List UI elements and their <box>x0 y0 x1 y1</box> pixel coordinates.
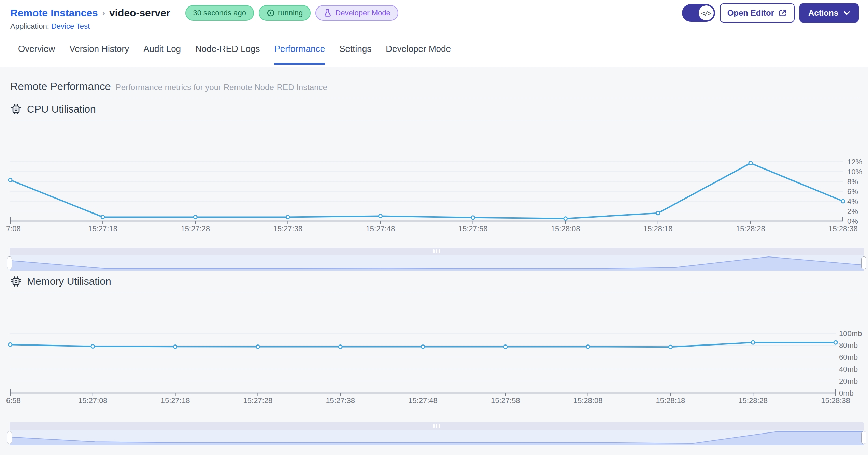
application-row: Application: Device Test <box>10 22 90 31</box>
header-controls: </> Open Editor Actions <box>682 3 859 23</box>
svg-text:15:27:48: 15:27:48 <box>408 396 438 405</box>
svg-text:15:27:08: 15:27:08 <box>78 396 108 405</box>
play-circle-icon <box>267 9 275 17</box>
actions-button[interactable]: Actions <box>799 3 859 23</box>
memory-brush-move-handle[interactable] <box>10 422 864 430</box>
divider <box>10 98 860 98</box>
page-title: Remote Performance Performance metrics f… <box>10 80 327 93</box>
memory-brush-minimap <box>10 430 864 445</box>
svg-text:15:27:38: 15:27:38 <box>326 396 355 405</box>
cpu-brush-right-handle[interactable] <box>861 256 866 269</box>
tab-developer-mode[interactable]: Developer Mode <box>379 44 458 65</box>
application-label: Application: <box>10 22 49 30</box>
svg-text:15:28:18: 15:28:18 <box>643 224 673 233</box>
cpu-chip-icon <box>10 103 22 115</box>
last-seen-badge: 30 seconds ago <box>185 5 254 21</box>
external-link-icon <box>778 9 787 17</box>
svg-text:15:27:28: 15:27:28 <box>181 224 210 233</box>
cpu-brush-minimap <box>10 255 864 271</box>
svg-text:20mb: 20mb <box>839 377 858 385</box>
cpu-brush-left-handle[interactable] <box>7 256 12 269</box>
cpu-utilisation-chart[interactable]: 0%2%4%6%8%10%12%7:0815:27:1815:27:2815:2… <box>0 150 868 235</box>
developer-mode-label: Developer Mode <box>335 9 390 17</box>
svg-text:10%: 10% <box>847 167 862 176</box>
cpu-section-title: CPU Utilisation <box>10 103 96 115</box>
svg-text:15:27:18: 15:27:18 <box>88 224 117 233</box>
editor-toggle[interactable]: </> <box>682 4 715 22</box>
page-subtitle: Performance metrics for your Remote Node… <box>116 83 327 92</box>
chevron-down-icon <box>844 11 850 15</box>
brush-grip-icon <box>433 424 440 428</box>
memory-brush-left-handle[interactable] <box>7 431 12 444</box>
memory-chart-zoom-slider[interactable] <box>10 422 864 445</box>
svg-text:15:27:48: 15:27:48 <box>366 224 395 233</box>
breadcrumb-separator: › <box>102 8 105 18</box>
svg-text:15:28:28: 15:28:28 <box>736 224 765 233</box>
svg-text:6:58: 6:58 <box>6 396 21 405</box>
instance-name: video-server <box>109 7 170 19</box>
svg-text:2%: 2% <box>847 207 858 216</box>
svg-text:6%: 6% <box>847 187 858 196</box>
running-badge: running <box>259 5 311 21</box>
svg-text:15:28:28: 15:28:28 <box>738 396 768 405</box>
svg-text:15:27:38: 15:27:38 <box>273 224 303 233</box>
cpu-brush-move-handle[interactable] <box>10 248 864 255</box>
svg-text:15:28:38: 15:28:38 <box>828 224 858 233</box>
svg-text:15:28:38: 15:28:38 <box>821 396 850 405</box>
svg-text:15:28:08: 15:28:08 <box>551 224 580 233</box>
tab-audit-log[interactable]: Audit Log <box>136 44 188 65</box>
tab-performance[interactable]: Performance <box>267 44 332 65</box>
page-title-text: Remote Performance <box>10 80 111 93</box>
svg-text:8%: 8% <box>847 177 858 186</box>
tab-bar: Overview Version History Audit Log Node-… <box>11 44 458 65</box>
svg-text:40mb: 40mb <box>839 365 858 373</box>
svg-text:15:27:58: 15:27:58 <box>491 396 520 405</box>
tab-settings[interactable]: Settings <box>332 44 379 65</box>
status-badges: 30 seconds ago running Developer Mode <box>185 5 398 21</box>
tab-overview[interactable]: Overview <box>11 44 62 65</box>
cpu-chip-icon <box>10 276 22 287</box>
svg-text:15:28:08: 15:28:08 <box>573 396 603 405</box>
tab-version-history[interactable]: Version History <box>62 44 136 65</box>
flask-icon <box>323 9 332 17</box>
breadcrumb-parent-link[interactable]: Remote Instances <box>10 7 98 19</box>
divider <box>10 292 860 292</box>
memory-section-title: Memory Utilisation <box>10 276 111 287</box>
brush-grip-icon <box>433 249 440 253</box>
developer-mode-badge: Developer Mode <box>315 5 398 21</box>
svg-text:15:27:28: 15:27:28 <box>243 396 273 405</box>
svg-text:12%: 12% <box>847 158 862 166</box>
svg-text:4%: 4% <box>847 197 858 206</box>
open-editor-label: Open Editor <box>727 8 774 18</box>
svg-text:15:27:18: 15:27:18 <box>161 396 190 405</box>
breadcrumb: Remote Instances › video-server 30 secon… <box>10 4 398 22</box>
memory-utilisation-chart[interactable]: 0mb20mb40mb60mb80mb100mb6:5815:27:0815:2… <box>0 327 868 413</box>
last-seen-label: 30 seconds ago <box>193 9 246 17</box>
divider <box>10 120 860 120</box>
svg-text:7:08: 7:08 <box>6 224 21 233</box>
svg-text:15:27:58: 15:27:58 <box>458 224 488 233</box>
cpu-chart-zoom-slider[interactable] <box>10 248 864 271</box>
running-label: running <box>278 9 303 17</box>
open-editor-button[interactable]: Open Editor <box>720 3 795 23</box>
memory-brush-track[interactable] <box>10 430 864 445</box>
svg-text:15:28:18: 15:28:18 <box>656 396 685 405</box>
application-link[interactable]: Device Test <box>51 22 90 30</box>
memory-section-label: Memory Utilisation <box>27 276 111 287</box>
code-icon: </> <box>699 5 714 20</box>
svg-text:80mb: 80mb <box>839 341 858 350</box>
memory-brush-right-handle[interactable] <box>861 431 866 444</box>
cpu-section-label: CPU Utilisation <box>27 103 96 115</box>
tab-node-red-logs[interactable]: Node-RED Logs <box>188 44 267 65</box>
svg-text:60mb: 60mb <box>839 353 858 362</box>
cpu-brush-track[interactable] <box>10 255 864 271</box>
actions-label: Actions <box>808 8 838 18</box>
svg-text:100mb: 100mb <box>839 329 862 338</box>
